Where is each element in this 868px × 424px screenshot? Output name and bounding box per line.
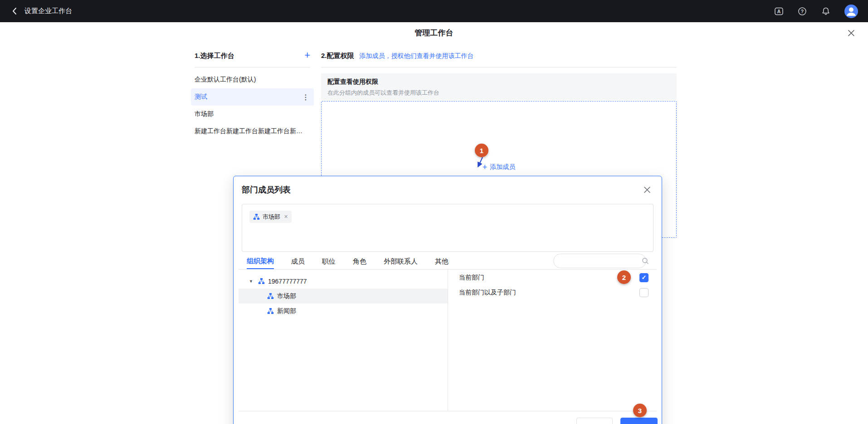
add-member-label: 添加成员	[490, 163, 515, 171]
org-icon	[258, 278, 265, 284]
tree-node-label: 19677777777	[268, 278, 307, 285]
back-button[interactable]	[10, 6, 20, 16]
page-header: 管理工作台	[0, 22, 868, 43]
caret-down-icon[interactable]: ▼	[249, 279, 255, 284]
permission-info-box: 配置查看使用权限 在此分组内的成员可以查看并使用该工作台	[321, 73, 677, 100]
option-current-and-sub: 当前部门以及子部门	[459, 285, 649, 300]
step-badge-3: 3	[633, 404, 647, 417]
org-icon	[267, 293, 274, 299]
org-icon	[267, 308, 274, 314]
page-close-button[interactable]	[846, 28, 856, 38]
cancel-button[interactable]	[576, 418, 613, 424]
workspace-item-market[interactable]: 市场部	[191, 106, 314, 123]
chip-remove-icon[interactable]: ✕	[284, 214, 288, 220]
scope-options: 当前部门 ✓ 当前部门以及子部门	[448, 270, 657, 411]
org-tree: ▼ 19677777777	[234, 270, 448, 411]
translate-icon[interactable]: A	[774, 6, 784, 16]
modal-tabs: 组织架构 成员 职位 角色 外部联系人 其他	[247, 254, 449, 269]
topbar-actions: A ?	[774, 5, 858, 18]
option-label: 当前部门	[459, 274, 484, 282]
add-workspace-button[interactable]: +	[304, 51, 310, 60]
step-badge-1: 1	[475, 144, 488, 157]
org-icon	[253, 213, 260, 220]
tab-org-structure[interactable]: 组织架构	[247, 254, 274, 269]
search-icon	[642, 257, 649, 265]
confirm-button[interactable]	[620, 418, 658, 424]
selected-members-box: 市场部 ✕	[242, 204, 653, 252]
checkbox-current-department[interactable]: ✓	[639, 273, 649, 282]
search-input[interactable]	[554, 258, 642, 265]
chip-label: 市场部	[263, 213, 280, 221]
permission-panel-hint: 添加成员，授权他们查看并使用该工作台	[360, 51, 474, 61]
tab-positions[interactable]: 职位	[322, 254, 336, 269]
department-member-modal: 部门成员列表 市场部 ✕ 组织架构 成员 职位 角色 外	[233, 176, 662, 424]
checkbox-current-and-sub[interactable]	[639, 288, 649, 297]
search-box	[553, 254, 646, 268]
bell-icon[interactable]	[821, 6, 831, 16]
workspace-panel-title: 1.选择工作台	[195, 51, 234, 61]
check-icon: ✓	[642, 274, 647, 281]
workspace-item-new[interactable]: 新建工作台新建工作台新建工作台新建...	[191, 123, 314, 140]
tree-node-label: 市场部	[277, 292, 296, 300]
workspace-panel: 1.选择工作台 + 企业默认工作台(默认) 测试 ⋮ 市场部 新建工作台新建工作…	[195, 51, 310, 140]
modal-title: 部门成员列表	[242, 184, 291, 195]
tab-roles[interactable]: 角色	[353, 254, 366, 269]
topbar-title: 设置企业工作台	[24, 7, 72, 15]
page-title: 管理工作台	[415, 28, 454, 38]
permission-panel-header: 2.配置权限 添加成员，授权他们查看并使用该工作台	[321, 51, 677, 67]
tree-node-market[interactable]: 市场部	[239, 289, 448, 304]
svg-text:A: A	[777, 8, 780, 14]
option-label: 当前部门以及子部门	[459, 289, 516, 297]
step-badge-2: 2	[617, 270, 631, 284]
workspace-item-default[interactable]: 企业默认工作台(默认)	[191, 71, 314, 88]
permission-info-title: 配置查看使用权限	[327, 78, 670, 86]
app-window: 设置企业工作台 A ?	[0, 0, 868, 424]
permission-panel-title: 2.配置权限	[321, 51, 354, 61]
chevron-left-icon	[11, 7, 19, 15]
tab-external-contacts[interactable]: 外部联系人	[384, 254, 418, 269]
close-icon	[643, 186, 651, 194]
selected-chip-market[interactable]: 市场部 ✕	[249, 211, 292, 223]
modal-close-button[interactable]	[642, 184, 653, 195]
avatar[interactable]	[844, 5, 858, 18]
topbar: 设置企业工作台 A ?	[0, 0, 868, 22]
workspace-panel-header: 1.选择工作台 +	[195, 51, 310, 67]
footer-divider	[239, 411, 657, 411]
help-icon[interactable]: ?	[797, 6, 807, 16]
person-icon	[844, 5, 858, 18]
tree-node-root[interactable]: ▼ 19677777777	[239, 274, 448, 289]
tab-others[interactable]: 其他	[435, 254, 449, 269]
close-icon	[847, 29, 855, 37]
workspace-item-test[interactable]: 测试 ⋮	[191, 88, 314, 106]
workspace-list: 企业默认工作台(默认) 测试 ⋮ 市场部 新建工作台新建工作台新建工作台新建..…	[195, 71, 310, 140]
annotation-arrow	[473, 156, 488, 171]
tree-node-label: 新闻部	[277, 307, 296, 315]
svg-text:?: ?	[801, 9, 804, 14]
more-menu-icon[interactable]: ⋮	[302, 93, 309, 101]
tab-members[interactable]: 成员	[291, 254, 305, 269]
tree-node-news[interactable]: 新闻部	[239, 304, 448, 318]
permission-info-desc: 在此分组内的成员可以查看并使用该工作台	[327, 89, 670, 97]
